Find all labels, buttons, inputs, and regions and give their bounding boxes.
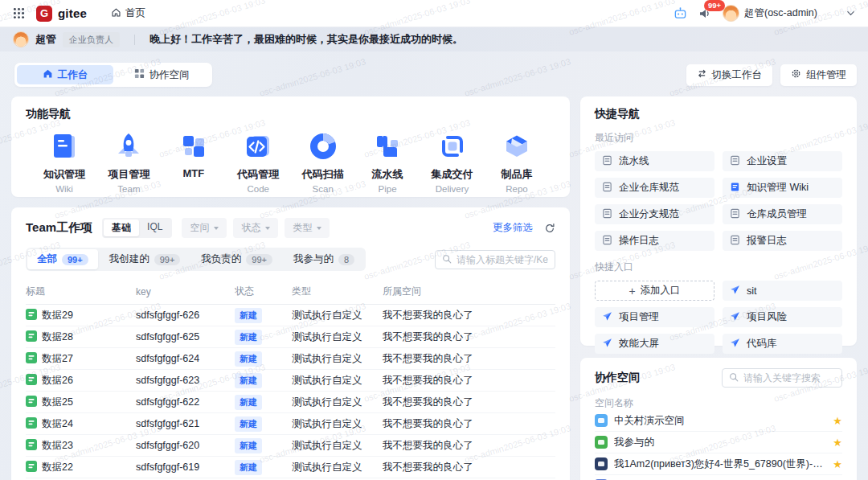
work-item-tab-我负责的[interactable]: 我负责的99+ xyxy=(191,249,282,269)
feature-item-delivery[interactable]: 集成交付Delivery xyxy=(422,131,483,195)
home-filled-icon xyxy=(43,68,53,81)
user-menu[interactable]: 超管(osc-admin) xyxy=(723,5,817,22)
table-row[interactable]: 数据27sdfsfgfggf-624新建测试执行自定义我不想要我的良心了 xyxy=(26,348,555,370)
feature-item-repo[interactable]: 制品库Repo xyxy=(486,131,547,195)
gitee-logo[interactable]: G gitee xyxy=(36,6,87,22)
workspace-tabs-row: 工作台 协作空间 切换工作台 组件管理 xyxy=(14,63,857,87)
cell-type: 测试执行自定义 xyxy=(292,461,383,474)
cell-space: 我不想要我的良心了 xyxy=(383,439,555,453)
quick-entry-项目管理[interactable]: 项目管理 xyxy=(595,307,714,327)
favorite-star-icon[interactable]: ★ xyxy=(833,437,842,449)
space-row[interactable]: 我1Am2(привет3)您好4-世界5_67890(世界)-结世界123..… xyxy=(595,453,842,475)
table-row[interactable]: 数据28sdfsfgfggf-625新建测试执行自定义我不想要我的良心了 xyxy=(26,326,555,348)
recent-item-仓库成员管理[interactable]: 仓库成员管理 xyxy=(723,204,842,224)
collab-spaces-title: 协作空间 xyxy=(595,371,640,385)
code-icon xyxy=(243,131,273,162)
refresh-icon[interactable] xyxy=(544,223,555,234)
cell-type: 测试执行自定义 xyxy=(292,396,383,409)
nav-home-link[interactable]: 首页 xyxy=(111,6,145,20)
quick-entry-label: 项目风险 xyxy=(747,310,787,324)
component-manage-button[interactable]: 组件管理 xyxy=(780,64,857,86)
quick-entry-项目风险[interactable]: 项目风险 xyxy=(723,307,842,327)
tab-workbench[interactable]: 工作台 xyxy=(17,65,113,84)
table-row[interactable]: 数据25sdfsfgfggf-622新建测试执行自定义我不想要我的良心了 xyxy=(26,392,555,413)
more-filter-link[interactable]: 更多筛选 xyxy=(493,221,533,235)
recent-item-流水线[interactable]: 流水线 xyxy=(595,151,714,171)
feature-item-sublabel: Code xyxy=(248,184,270,195)
chevron-down-icon[interactable] xyxy=(846,6,855,21)
cell-title[interactable]: 数据24 xyxy=(42,417,73,431)
grid-squares-icon xyxy=(134,68,145,81)
status-badge: 新建 xyxy=(235,330,262,345)
space-row[interactable]: 我参与的★ xyxy=(595,432,842,453)
table-row[interactable]: 数据29sdfsfgfggf-626新建测试执行自定义我不想要我的良心了 xyxy=(26,305,555,326)
recent-item-企业仓库规范[interactable]: 企业仓库规范 xyxy=(595,178,714,198)
quick-entry-sit[interactable]: sit xyxy=(723,281,842,301)
space-row[interactable]: 中关村演示空间★ xyxy=(595,410,842,432)
table-row[interactable]: 数据26sdfsfgfggf-623新建测试执行自定义我不想要我的良心了 xyxy=(26,370,555,392)
cell-title[interactable]: 数据26 xyxy=(42,374,73,388)
cell-key: sdfsfgfggf-626 xyxy=(136,310,235,321)
cell-title[interactable]: 数据22 xyxy=(42,461,73,474)
quick-entry-label: 代码库 xyxy=(747,337,777,351)
query-mode-toggle: 基础 IQL xyxy=(102,218,172,238)
work-item-type-icon xyxy=(26,417,37,431)
feature-item-wiki[interactable]: 知识管理Wiki xyxy=(34,131,95,195)
work-item-search[interactable] xyxy=(435,250,555,269)
mode-basic-toggle[interactable]: 基础 xyxy=(104,219,139,236)
cell-title[interactable]: 数据27 xyxy=(42,352,73,366)
feature-item-scan[interactable]: 代码扫描Scan xyxy=(293,131,354,195)
alarm-log-icon xyxy=(730,235,740,248)
tab-collab-space[interactable]: 协作空间 xyxy=(113,65,210,84)
gitee-dashboard: G gitee 首页 99+ 超管(osc-admin) xyxy=(0,0,868,480)
work-item-search-input[interactable] xyxy=(457,254,548,265)
cell-space: 我不想要我的良心了 xyxy=(383,330,555,344)
announcement-icon[interactable]: 99+ xyxy=(698,7,711,20)
quick-entry-label: 效能大屏 xyxy=(619,337,659,351)
recent-item-知识管理 Wiki[interactable]: 知识管理 Wiki xyxy=(723,178,842,198)
add-entry-button[interactable]: + 添加入口 xyxy=(595,281,714,301)
mode-iql-toggle[interactable]: IQL xyxy=(139,219,170,236)
cell-title[interactable]: 数据25 xyxy=(42,396,73,409)
quick-entry-效能大屏[interactable]: 效能大屏 xyxy=(595,334,714,354)
work-item-type-icon xyxy=(26,330,37,344)
cell-key: sdfsfgfggf-620 xyxy=(136,440,235,451)
work-item-tab-我参与的[interactable]: 我参与的8 xyxy=(284,249,364,269)
table-row[interactable]: 数据23sdfsfgfggf-620新建测试执行自定义我不想要我的良心了 xyxy=(26,435,555,457)
cell-title[interactable]: 数据29 xyxy=(42,309,73,322)
count-badge: 99+ xyxy=(246,254,272,265)
feature-item-team[interactable]: 项目管理Team xyxy=(98,131,159,195)
table-row[interactable]: 数据24sdfsfgfggf-621新建测试执行自定义我不想要我的良心了 xyxy=(26,413,555,435)
role-badge: 企业负责人 xyxy=(63,32,120,47)
recent-item-label: 企业分支规范 xyxy=(619,207,679,221)
quick-entry-代码库[interactable]: 代码库 xyxy=(723,334,842,354)
collab-space-search[interactable] xyxy=(722,368,842,388)
quick-nav-title: 快捷导航 xyxy=(595,107,842,121)
feature-item-pipe[interactable]: 流水线Pipe xyxy=(357,131,418,195)
cell-key: sdfsfgfggf-623 xyxy=(136,375,235,386)
favorite-star-icon[interactable]: ★ xyxy=(833,415,842,427)
recent-item-企业设置[interactable]: 企业设置 xyxy=(723,151,842,171)
recent-item-操作日志[interactable]: 操作日志 xyxy=(595,231,714,251)
work-item-tab-全部[interactable]: 全部99+ xyxy=(27,249,98,269)
space-row[interactable]: ff★ xyxy=(595,475,842,480)
recent-item-报警日志[interactable]: 报警日志 xyxy=(723,231,842,251)
assistant-robot-icon[interactable] xyxy=(674,6,687,20)
filter-dropdown-1[interactable]: 状态 xyxy=(233,218,278,238)
apps-grid-icon[interactable] xyxy=(13,7,25,19)
cell-title[interactable]: 数据23 xyxy=(42,439,73,453)
feature-item-code[interactable]: 代码管理Code xyxy=(227,131,289,195)
switch-workspace-button[interactable]: 切换工作台 xyxy=(686,64,773,86)
cell-type: 测试执行自定义 xyxy=(292,374,383,388)
table-row[interactable]: 数据22sdfsfgfggf-619新建测试执行自定义我不想要我的良心了 xyxy=(26,457,555,478)
recent-item-企业分支规范[interactable]: 企业分支规范 xyxy=(595,204,714,224)
cell-title[interactable]: 数据28 xyxy=(42,330,73,344)
cell-space: 我不想要我的良心了 xyxy=(383,309,555,322)
feature-item-mtf[interactable]: MTF xyxy=(163,131,224,195)
filter-dropdown-0[interactable]: 空间 xyxy=(182,218,227,238)
collab-space-search-input[interactable] xyxy=(743,372,835,384)
favorite-star-icon[interactable]: ★ xyxy=(833,458,842,470)
column-header: 标题 xyxy=(26,285,136,298)
work-item-tab-我创建的[interactable]: 我创建的99+ xyxy=(100,249,190,269)
filter-dropdown-2[interactable]: 类型 xyxy=(285,218,330,238)
